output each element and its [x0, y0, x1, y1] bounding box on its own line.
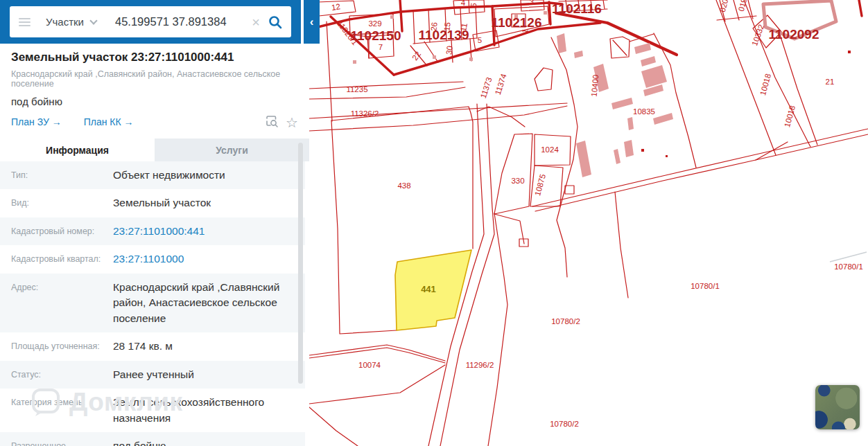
object-summary: Земельный участок 23:27:1101000:441 Крас… — [0, 44, 309, 131]
page-title: Земельный участок 23:27:1101000:441 — [11, 51, 298, 64]
plan-links-row: План ЗУ →План КК → ☆ — [11, 116, 298, 131]
clear-icon[interactable]: × — [245, 15, 266, 29]
row-label: Площадь уточненная: — [11, 339, 113, 353]
row-value: Ранее учтенный — [113, 367, 194, 382]
tab-bar: ИнформацияУслуги — [0, 139, 309, 161]
overview-map[interactable] — [815, 385, 860, 429]
parcel-label: 10835 — [633, 107, 655, 116]
details-table: Тип:Объект недвижимостиВид:Земельный уча… — [0, 161, 309, 446]
table-row: Адрес:Краснодарский край ,Славянский рай… — [0, 274, 305, 332]
chevron-down-icon — [89, 17, 97, 24]
search-icon[interactable] — [266, 15, 291, 30]
plan-links: План ЗУ →План КК → — [11, 116, 156, 131]
search-bar: Участки × — [10, 6, 291, 37]
table-row: Тип:Объект недвижимости — [0, 161, 305, 189]
selected-parcel-label: 441 — [421, 284, 436, 294]
row-value: 28 174 кв. м — [113, 339, 173, 354]
row-label: Адрес: — [11, 280, 113, 294]
parcel-label: 11373 — [479, 76, 494, 99]
parcel-label: 330 — [511, 177, 524, 185]
parcel-label: 020 — [718, 0, 730, 13]
tab-Информация[interactable]: Информация — [0, 139, 155, 161]
parcel-label: 26 — [429, 21, 438, 31]
table-row: Разрешенное использование:под бойню — [0, 432, 305, 446]
table-row: Вид:Земельный участок — [0, 189, 305, 217]
plan-search-icon[interactable] — [266, 115, 279, 131]
cadastral-map[interactable]: 1102150110213911021261102116110209244112… — [309, 0, 868, 446]
parcel-label: 10780/2 — [550, 420, 579, 428]
row-label: Кадастровый квартал: — [11, 251, 113, 265]
tab-Услуги[interactable]: Услуги — [155, 139, 309, 161]
parcel-label: 10400 — [590, 74, 600, 97]
info-panel: Участки × Земельный участок 23:27:110100… — [0, 0, 309, 446]
row-label: Вид: — [11, 195, 113, 209]
row-value: Земли сельскохозяйственного назначения — [113, 395, 294, 426]
table-row: Кадастровый номер:23:27:1101000:441 — [0, 217, 305, 245]
parcel-label: 11296/2 — [466, 361, 494, 369]
search-category-label: Участки — [46, 16, 84, 28]
parcel-label: 10875 — [533, 173, 547, 197]
parcel-label: 11374 — [494, 73, 508, 96]
row-value-link[interactable]: 23:27:1101000:441 — [113, 224, 205, 239]
parcel-label: 10780/1 — [691, 282, 720, 290]
parcel-label: 1102116 — [552, 1, 602, 16]
row-value: Краснодарский край ,Славянский район, Ан… — [113, 280, 294, 326]
map-labels: 1102150110213911021261102116110209244112… — [331, 0, 863, 428]
star-icon[interactable]: ☆ — [286, 114, 298, 131]
row-label: Статус: — [11, 367, 113, 381]
object-location: Краснодарский край ,Славянский район, Ан… — [11, 69, 298, 89]
parcel-label: 15 — [442, 21, 451, 31]
row-value-link[interactable]: 23:27:1101000 — [113, 251, 184, 267]
parcel-label: 329 — [368, 19, 381, 28]
row-value: Земельный участок — [113, 195, 211, 211]
cadastral-map-canvas[interactable]: 1102150110213911021261102116110209244112… — [309, 0, 868, 446]
row-label: Кадастровый номер: — [11, 224, 113, 238]
panel-scrollbar[interactable] — [298, 143, 303, 384]
plan-link-1[interactable]: План КК → — [84, 116, 134, 127]
parcel-label: 7 — [379, 43, 383, 51]
parcel-label: 1024 — [541, 145, 559, 154]
search-input[interactable] — [115, 15, 245, 28]
search-category-dropdown[interactable]: Участки — [46, 16, 96, 28]
table-row: Статус:Ранее учтенный — [0, 361, 305, 389]
plan-link-0[interactable]: План ЗУ → — [11, 116, 62, 127]
table-row: Категория земель:Земли сельскохозяйствен… — [0, 389, 305, 432]
row-label: Разрешенное использование: — [11, 438, 113, 446]
parcel-label: 5 — [469, 2, 478, 8]
panel-header: Участки × — [0, 0, 301, 44]
parcel-label: 4 — [461, 0, 466, 7]
object-actions: ☆ — [266, 114, 298, 131]
parcel-label: 11 — [459, 22, 469, 32]
parcel-label: 5 — [478, 36, 482, 44]
object-usage: под бойню — [11, 96, 298, 107]
row-label: Категория земель: — [11, 395, 113, 409]
parcel-label: 22 — [410, 50, 422, 62]
parcel-label: 438 — [397, 181, 410, 190]
table-row: Площадь уточненная:28 174 кв. м — [0, 332, 305, 360]
row-value: Объект недвижимости — [113, 168, 225, 183]
parcel-label: 21 — [826, 78, 835, 86]
parcel-label: 30 — [444, 45, 453, 55]
row-label: Тип: — [11, 168, 113, 181]
collapse-panel-button[interactable]: ‹ — [304, 0, 320, 44]
menu-icon[interactable] — [19, 16, 31, 28]
parcel-label: 3 — [530, 0, 534, 6]
parcel-label: 1102126 — [492, 15, 542, 30]
table-row: Кадастровый квартал:23:27:1101000 — [0, 245, 305, 273]
parcel-label: 10780/1 — [834, 262, 863, 271]
parcel-label: 10018 — [758, 73, 772, 96]
parcel-label: 11326/2 — [351, 109, 379, 118]
row-value: под бойню — [113, 438, 166, 446]
parcel-label: 11235 — [346, 85, 367, 93]
parcel-label: 12 — [331, 2, 340, 12]
parcel-label: 10780/2 — [551, 317, 580, 325]
parcel-label: 1102092 — [769, 27, 819, 42]
parcel-label: 10074 — [358, 361, 381, 369]
